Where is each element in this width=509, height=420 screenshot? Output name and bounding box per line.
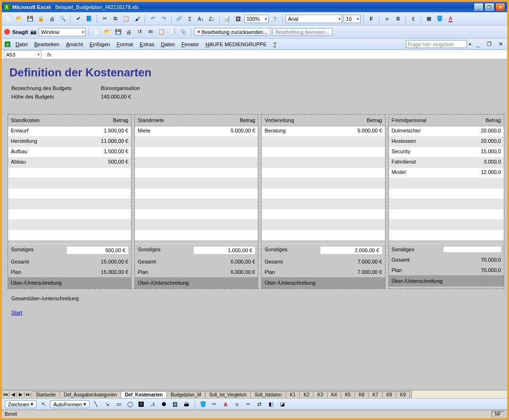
paste-icon[interactable]: 📋 bbox=[122, 14, 131, 24]
sonstiges-row[interactable]: Sonstiges2.000,00 € bbox=[262, 244, 385, 256]
tb2-icon-7[interactable]: 📋 bbox=[157, 27, 166, 37]
table-row[interactable] bbox=[135, 230, 258, 240]
menu-item-daten[interactable]: Daten bbox=[158, 41, 178, 48]
menu-item-datei[interactable]: Datei bbox=[12, 41, 31, 48]
tb2-icon-1[interactable]: 📄 bbox=[92, 27, 101, 37]
zoom-combo[interactable]: 100% bbox=[244, 15, 269, 23]
table-row[interactable] bbox=[8, 178, 131, 189]
table-row[interactable] bbox=[262, 230, 385, 240]
table-row[interactable] bbox=[389, 209, 504, 220]
table-row[interactable]: Model12.000,0 bbox=[389, 168, 504, 178]
track-send-button[interactable]: ▾Bearbeitung zurücksenden... bbox=[194, 28, 271, 36]
table-row[interactable] bbox=[262, 137, 385, 147]
sheet-tab-k2[interactable]: K2 bbox=[299, 391, 313, 398]
sheet-tab-soll_istdaten[interactable]: Soll_Istdaten bbox=[250, 391, 286, 398]
worksheet-area[interactable]: Definition der Kostenarten Bezeichnung d… bbox=[2, 59, 507, 398]
autosum-icon[interactable]: Σ bbox=[185, 14, 195, 24]
currency-icon[interactable]: € bbox=[409, 14, 418, 24]
rectangle-icon[interactable]: ▭ bbox=[114, 400, 123, 409]
fx-label[interactable]: fx bbox=[43, 52, 55, 58]
track-end-button[interactable]: Bearbeitung beenden... bbox=[272, 28, 333, 36]
sonstiges-row[interactable]: Sonstiges500,00 € bbox=[8, 244, 131, 256]
line-icon[interactable]: ╲ bbox=[91, 400, 101, 409]
menu-item-einfgen[interactable]: Einfügen bbox=[86, 41, 113, 48]
mdi-minimize-icon[interactable]: _ bbox=[473, 40, 483, 49]
tab-prev-icon[interactable]: ◀ bbox=[9, 392, 17, 397]
tb2-icon-3[interactable]: 💾 bbox=[114, 27, 123, 37]
table-row[interactable] bbox=[389, 230, 504, 240]
sheet-tab-def_ausgabenkategorien[interactable]: Def_Ausgabenkategorien bbox=[59, 391, 121, 398]
border-icon[interactable]: ▦ bbox=[424, 14, 434, 24]
table-row[interactable]: Beratung5.000,00 € bbox=[262, 126, 385, 137]
save-icon[interactable]: 💾 bbox=[25, 14, 35, 24]
cut-icon[interactable]: ✂ bbox=[100, 14, 109, 24]
table-row[interactable]: Fahrdienst3.000,0 bbox=[389, 157, 504, 168]
tb2-icon-8[interactable]: 📑 bbox=[168, 27, 177, 37]
copy-icon[interactable]: ⧉ bbox=[111, 14, 120, 24]
start-link[interactable]: Start bbox=[5, 308, 29, 320]
table-row[interactable] bbox=[389, 189, 504, 199]
wordart-icon[interactable]: 𝓐 bbox=[148, 400, 157, 409]
tb2-icon-4[interactable]: 🖨 bbox=[124, 27, 134, 37]
3d-icon[interactable]: ◪ bbox=[278, 400, 287, 409]
table-row[interactable] bbox=[389, 220, 504, 230]
sheet-tab-k7[interactable]: K7 bbox=[368, 391, 382, 398]
table-row[interactable]: Herstellung11.000,00 € bbox=[8, 137, 131, 147]
table-row[interactable]: Entwurf1.500,00 € bbox=[8, 126, 131, 137]
new-icon[interactable]: 📄 bbox=[4, 14, 13, 24]
table-row[interactable] bbox=[262, 178, 385, 189]
snagit-icon[interactable]: 🔴 bbox=[4, 29, 10, 35]
menu-item-bearbeiten[interactable]: Bearbeiten bbox=[31, 41, 63, 48]
line-style-icon[interactable]: ≡ bbox=[232, 400, 242, 409]
table-row[interactable] bbox=[135, 157, 258, 168]
diagram-icon[interactable]: ⬢ bbox=[159, 400, 169, 409]
table-row[interactable]: Dolmetscher20.000,0 bbox=[389, 126, 504, 137]
hyperlink-icon[interactable]: 🔗 bbox=[174, 14, 184, 24]
table-row[interactable] bbox=[262, 168, 385, 178]
sheet-tab-k3[interactable]: K3 bbox=[313, 391, 327, 398]
table-row[interactable] bbox=[262, 157, 385, 168]
clipart-icon[interactable]: 🖼 bbox=[171, 400, 180, 409]
align-center-icon[interactable]: ≣ bbox=[393, 14, 402, 24]
table-row[interactable] bbox=[135, 199, 258, 209]
table-row[interactable] bbox=[262, 189, 385, 199]
sheet-tab-def_kostenarten[interactable]: Def_Kostenarten bbox=[121, 391, 167, 398]
format-painter-icon[interactable]: 🖌 bbox=[132, 14, 142, 24]
drawing-icon[interactable]: 🖼 bbox=[233, 14, 243, 24]
preview-icon[interactable]: 🔍 bbox=[58, 14, 67, 24]
help-icon[interactable]: ? bbox=[270, 14, 279, 24]
table-row[interactable]: Abbau500,00 € bbox=[8, 157, 131, 168]
table-row[interactable] bbox=[8, 168, 131, 178]
sort-asc-icon[interactable]: A↓ bbox=[196, 14, 205, 24]
permission-icon[interactable]: 🔒 bbox=[36, 14, 46, 24]
font-color-icon[interactable]: A bbox=[446, 14, 455, 24]
open-icon[interactable]: 📂 bbox=[15, 14, 24, 24]
sheet-tab-k8[interactable]: K8 bbox=[382, 391, 396, 398]
spell-icon[interactable]: ✔ bbox=[74, 14, 83, 24]
font-size-combo[interactable]: 10 bbox=[344, 15, 361, 23]
arrow-icon[interactable]: ↘ bbox=[103, 400, 112, 409]
align-left-icon[interactable]: ≡ bbox=[382, 14, 392, 24]
menu-item-ansicht[interactable]: Ansicht bbox=[63, 41, 86, 48]
sheet-tab-k6[interactable]: K6 bbox=[354, 391, 369, 398]
help-dropdown-icon[interactable]: ▾ bbox=[469, 42, 471, 47]
table-row[interactable] bbox=[262, 147, 385, 157]
print-icon[interactable]: 🖨 bbox=[47, 14, 57, 24]
table-row[interactable]: Miete5.000,00 € bbox=[135, 126, 258, 137]
table-row[interactable] bbox=[8, 220, 131, 230]
font-name-combo[interactable]: Arial bbox=[286, 15, 342, 23]
tb2-icon-5[interactable]: ↺ bbox=[135, 27, 145, 37]
picture-icon[interactable]: 🏔 bbox=[182, 400, 191, 409]
arrow-style-icon[interactable]: ⇄ bbox=[255, 400, 264, 409]
mdi-close-icon[interactable]: ✕ bbox=[496, 40, 505, 49]
table-row[interactable] bbox=[389, 178, 504, 189]
textbox-icon[interactable]: 🅰 bbox=[137, 400, 146, 409]
name-box[interactable]: A53 bbox=[4, 50, 41, 58]
table-row[interactable] bbox=[135, 147, 258, 157]
tab-last-icon[interactable]: ⏭ bbox=[25, 392, 32, 397]
sheet-tab-soll_ist_vergleich[interactable]: Soll_Ist_Vergleich bbox=[205, 391, 251, 398]
menu-item-extras[interactable]: Extras bbox=[136, 41, 157, 48]
font-color-draw-icon[interactable]: A bbox=[221, 400, 230, 409]
sheet-tab-k5[interactable]: K5 bbox=[341, 391, 355, 398]
snagit-mode-combo[interactable]: Window bbox=[39, 28, 86, 36]
